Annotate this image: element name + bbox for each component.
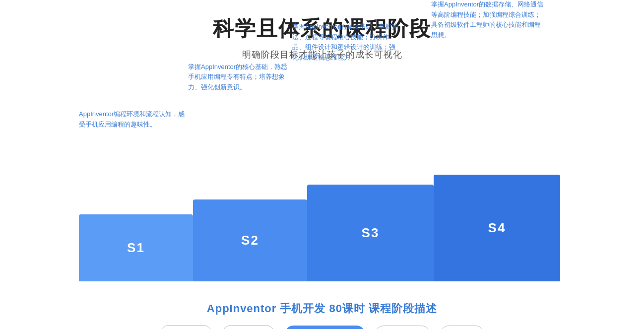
bar-s2: S2 [193,199,307,281]
bottom-section: AppInventor 手机开发 80课时 课程阶段描述 小码班 飞码班 App… [0,295,644,329]
bar-s1-label: S1 [127,240,145,256]
bars-container: S1 S2 S3 S4 [79,175,565,281]
tab-feima[interactable]: 飞码班 [222,325,275,329]
bar-s3-label: S3 [362,225,380,241]
tab-appinventor[interactable]: App Inventor [285,326,366,329]
chart-area: AppInventor编程环境和流程认知，感受手机应用编程的趣味性。 掌握App… [79,75,565,281]
bar-s4: S4 [434,175,560,281]
desc-s1: AppInventor编程环境和流程认知，感受手机应用编程的趣味性。 [79,109,188,130]
descriptions-container: AppInventor编程环境和流程认知，感受手机应用编程的趣味性。 掌握App… [79,75,565,175]
bar-s1: S1 [79,214,193,281]
desc-s2: 掌握AppInventor的核心基础，熟悉手机应用编程专有特点；培养想象力、强化… [188,62,292,93]
desc-s3: 掌握AppInventor的高级基础，掌握算法、过程等编程核心技能；分析作品、组… [292,22,401,63]
bar-s2-label: S2 [241,233,259,248]
bar-s3: S3 [307,185,434,281]
bar-s4-label: S4 [488,220,506,236]
tab-cpp[interactable]: C++ [440,326,484,329]
bottom-title: AppInventor 手机开发 80课时 课程阶段描述 [207,301,437,316]
tab-xiaoma[interactable]: 小码班 [160,325,212,329]
desc-s4: 掌握AppInventor的数据存储、网络通信等高阶编程技能；加强编程综合训练；… [431,0,545,41]
page-wrapper: 科学且体系的课程阶段 明确阶段目标才能让孩子的成长可视化 AppInventor… [0,0,644,329]
tabs-row: 小码班 飞码班 App Inventor Python C++ [160,325,485,329]
tab-python[interactable]: Python [375,326,430,329]
